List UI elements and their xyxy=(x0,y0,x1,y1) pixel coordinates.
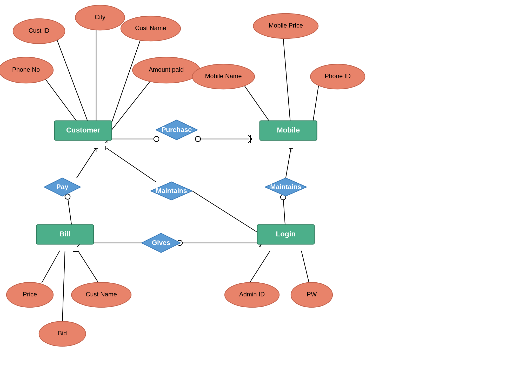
cust-name-top-label: Cust Name xyxy=(135,24,166,31)
svg-line-4 xyxy=(112,74,156,130)
svg-line-31 xyxy=(286,148,291,178)
bid-label: Bid xyxy=(58,330,67,337)
svg-point-24 xyxy=(65,194,70,199)
city-label: City xyxy=(95,14,105,21)
pay-label: Pay xyxy=(56,183,69,191)
cust-id-label: Cust ID xyxy=(29,27,49,34)
maintains-center-label: Maintains xyxy=(156,187,187,195)
mobile-label: Mobile xyxy=(277,126,300,134)
customer-label: Customer xyxy=(66,126,100,134)
svg-line-2 xyxy=(109,36,142,130)
admin-id-label: Admin ID xyxy=(239,291,265,298)
bill-label: Bill xyxy=(59,230,71,238)
svg-line-48 xyxy=(42,251,60,283)
mobile-name-label: Mobile Name xyxy=(205,72,242,79)
pw-label: PW xyxy=(307,291,317,298)
svg-line-30 xyxy=(192,191,260,234)
amount-paid-label: Amount paid xyxy=(149,66,184,73)
svg-line-53 xyxy=(301,251,309,283)
maintains-right-label: Maintains xyxy=(270,183,301,191)
svg-line-0 xyxy=(57,40,91,130)
svg-line-50 xyxy=(78,251,99,283)
svg-point-13 xyxy=(154,136,159,142)
svg-line-52 xyxy=(249,251,270,283)
phone-no-label: Phone No xyxy=(12,66,40,73)
purchase-label: Purchase xyxy=(161,126,192,134)
svg-line-5 xyxy=(283,37,291,130)
svg-line-51 xyxy=(62,251,65,322)
price-label: Price xyxy=(23,291,37,298)
phone-id-label: Phone ID xyxy=(325,72,351,79)
gives-label: Gives xyxy=(152,239,170,247)
svg-line-20 xyxy=(77,148,96,178)
svg-line-28 xyxy=(107,148,156,182)
cust-name-bill-label: Cust Name xyxy=(86,291,117,298)
login-label: Login xyxy=(276,230,296,238)
svg-point-15 xyxy=(195,136,201,142)
mobile-price-label: Mobile Price xyxy=(269,22,303,29)
